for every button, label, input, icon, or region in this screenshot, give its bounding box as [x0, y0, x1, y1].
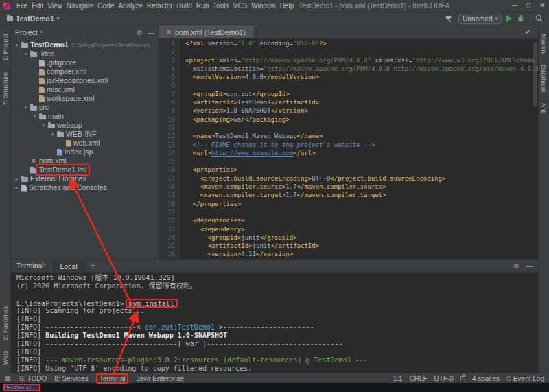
menu-window[interactable]: Window — [249, 2, 278, 10]
tool-tab-database[interactable]: Database — [540, 65, 548, 93]
xml-file-icon — [66, 140, 71, 147]
minimize-panel-icon[interactable]: — — [526, 262, 533, 270]
editor-tab-pom-xml[interactable]: pom.xml (TestDemo1) — [159, 25, 255, 38]
status-java-enterprise[interactable]: Java Enterprise — [136, 375, 183, 382]
menu-analyze[interactable]: Analyze — [116, 2, 145, 10]
status-terminal[interactable]: Terminal — [96, 373, 129, 384]
main-toolbar: TestDemo1 ▾ Unnamed ▾ — [0, 12, 549, 25]
folder-icon — [48, 124, 55, 128]
line-number: 10 — [159, 115, 180, 124]
menu-refactor[interactable]: Refactor — [145, 2, 175, 10]
menu-code[interactable]: Code — [95, 2, 116, 10]
tree-item-workspace-xml[interactable]: workspace.xml — [11, 94, 159, 103]
event-log-icon — [506, 376, 511, 381]
menu-help[interactable]: Help — [278, 2, 296, 10]
window-maximize-button[interactable]: □ — [522, 0, 535, 12]
run-config-select[interactable]: Unnamed ▾ — [458, 14, 502, 24]
tree-label: .idea — [39, 49, 55, 58]
tree-item-index-jsp[interactable]: index.jsp — [11, 148, 159, 157]
tree-item-webapp[interactable]: ▾webapp — [11, 121, 159, 130]
menu-run[interactable]: Run — [194, 2, 211, 10]
code-line: 18 <maven.compiler.source>1.7</maven.com… — [159, 183, 538, 191]
code-line: 25 <artifactId>junit</artifactId> — [159, 242, 538, 250]
status-1-1[interactable]: 1:1 — [393, 375, 403, 382]
tree-item-testdemo1-iml[interactable]: TestDemo1.iml — [11, 165, 159, 174]
project-folder-icon — [7, 16, 13, 21]
hide-panel-icon[interactable]: — — [148, 29, 154, 36]
tool-tab-maven[interactable]: Maven — [540, 34, 548, 54]
status-6-todo[interactable]: 6: TODO — [20, 375, 47, 382]
terminal-output[interactable]: Microsoft Windows [版本 10.0.19041.329](c)… — [11, 273, 538, 373]
navigation-breadcrumb[interactable]: TestDemo1 ▾ — [7, 14, 59, 23]
debug-bug-icon[interactable] — [517, 14, 525, 23]
menu-tools[interactable]: Tools — [211, 2, 231, 10]
tree-item-web-inf[interactable]: ▾WEB-INF — [11, 130, 159, 139]
editor-scrollbar[interactable] — [533, 42, 537, 107]
code-line: 1<?xml version="1.0" encoding="UTF-8"?> — [159, 39, 538, 47]
project-tree[interactable]: ▾TestDemo1E:\IdeaProjects\TestDemo1▾.ide… — [11, 39, 159, 259]
inspections-ok-icon[interactable]: ✔ — [525, 27, 538, 36]
tool-tab-1-project[interactable]: 1: Project — [1, 34, 9, 61]
status-crlf[interactable]: CRLF — [409, 375, 427, 382]
search-everywhere-icon[interactable] — [535, 14, 544, 23]
menu-edit[interactable]: Edit — [30, 2, 45, 10]
terminal-tab-local[interactable]: Local — [53, 261, 85, 271]
window-close-button[interactable]: ✕ — [535, 0, 549, 12]
tree-item-compiler-xml[interactable]: compiler.xml — [11, 67, 159, 76]
tree-item-web-xml[interactable]: web.xml — [11, 139, 159, 148]
status-8-services[interactable]: 8: Services — [54, 375, 88, 382]
tool-tab-7-structure[interactable]: 7: Structure — [1, 72, 9, 106]
code-line: 8 <artifactId>TestDemo1</artifactId> — [159, 98, 538, 106]
status-bar-left: ▦ 6: TODO8: ServicesTerminalJava Enterpr… — [5, 375, 184, 382]
xml-file-icon — [39, 78, 45, 84]
taskbar-item-annotated[interactable]: TestDemo1 — [3, 384, 40, 391]
line-number: 3 — [159, 56, 180, 65]
menu-view[interactable]: View — [45, 2, 65, 10]
code-line: 2 — [159, 47, 538, 56]
menu-navigate[interactable]: Navigate — [65, 2, 95, 10]
tool-tab-ant[interactable]: Ant — [540, 103, 548, 113]
event-log-button[interactable]: Event Log — [506, 375, 544, 382]
tree-item-scratches-and-consoles[interactable]: ▸Scratches and Consoles — [11, 183, 159, 192]
line-number: 20 — [159, 200, 180, 208]
tree-item-gitignore[interactable]: .gitignore — [11, 58, 159, 67]
tree-item-jarrepositories-xml[interactable]: jarRepositories.xml — [11, 76, 159, 85]
tree-item-main[interactable]: ▾main — [11, 112, 159, 121]
line-number: 19 — [159, 191, 180, 199]
lock-icon[interactable] — [460, 376, 465, 380]
line-number: 16 — [159, 165, 180, 174]
project-panel-title[interactable]: Project — [15, 28, 38, 36]
folder-icon — [30, 106, 37, 111]
status-right-items: 1:1CRLFUTF-8 — [393, 375, 454, 382]
tool-tab-web[interactable]: Web — [1, 351, 9, 365]
project-folder-icon — [21, 43, 28, 48]
chevron-icon: ▾ — [32, 112, 38, 121]
menu-build[interactable]: Build — [175, 2, 194, 10]
settings-gear-icon[interactable]: ⚙ — [137, 29, 143, 36]
menu-vcs[interactable]: VCS — [231, 2, 250, 10]
window-controls: —□✕ — [508, 0, 549, 12]
settings-gear-icon[interactable]: ⚙ — [513, 262, 519, 270]
tree-item-src[interactable]: ▾src — [11, 103, 159, 112]
tree-label: .gitignore — [47, 58, 76, 67]
menu-file[interactable]: File — [14, 2, 30, 10]
event-log-label: Event Log — [513, 375, 544, 382]
tree-item-misc-xml[interactable]: misc.xml — [11, 85, 159, 94]
run-config-label: Unnamed — [463, 15, 492, 23]
line-number: 7 — [159, 90, 180, 98]
window-minimize-button[interactable]: — — [508, 0, 522, 12]
tree-item-testdemo1[interactable]: ▾TestDemo1E:\IdeaProjects\TestDemo1 — [11, 41, 159, 49]
tree-item-external-libraries[interactable]: ▸External Libraries — [11, 174, 159, 183]
tree-label: src — [39, 103, 49, 112]
line-number: 1 — [159, 39, 180, 47]
maven-file-icon — [165, 29, 172, 36]
tree-item-idea[interactable]: ▾.idea — [11, 49, 159, 58]
status-utf-8[interactable]: UTF-8 — [434, 375, 454, 382]
tool-window-switcher-icon[interactable]: ▦ — [5, 375, 11, 382]
new-terminal-session-button[interactable]: + — [91, 261, 95, 270]
run-button[interactable] — [506, 15, 512, 22]
code-editor[interactable]: 1<?xml version="1.0" encoding="UTF-8"?>2… — [159, 39, 538, 259]
build-hammer-icon[interactable] — [445, 14, 454, 23]
status-indent[interactable]: 4 spaces — [472, 375, 500, 382]
tool-tab-2-favorites[interactable]: 2: Favorites — [1, 306, 9, 341]
